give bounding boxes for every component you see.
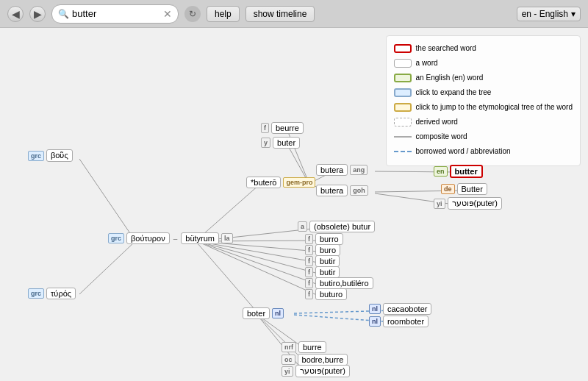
etymology-canvas: the searched word a word an English (en)… <box>0 28 588 381</box>
svg-line-0 <box>79 159 135 240</box>
search-box: 🔍 ✕ <box>51 4 179 24</box>
node-roomboter[interactable]: nl roomboter <box>369 316 429 327</box>
legend-composite-line <box>394 136 412 138</box>
lang-tag-f: f <box>305 245 313 255</box>
legend-borrowed-text: borrowed word / abbreviation <box>416 145 511 158</box>
legend-word-text: a word <box>416 57 438 70</box>
refresh-button[interactable]: ↻ <box>184 6 201 22</box>
node-burro[interactable]: f burro <box>305 233 343 245</box>
language-label: en - English <box>522 9 568 19</box>
node-bodre-burre[interactable]: oc bodre,burre <box>282 354 348 366</box>
node-butera-goh[interactable]: butera goh <box>316 185 368 196</box>
node-butter-de[interactable]: de Butter <box>441 183 487 195</box>
node-butur[interactable]: a (obsolete) butur <box>298 221 375 232</box>
node-label: burro <box>315 233 343 245</box>
lang-tag-gem-pro: gem-pro <box>283 177 315 188</box>
node-label: buturo <box>315 288 347 300</box>
node-buro[interactable]: f buro <box>305 244 340 256</box>
clear-button[interactable]: ✕ <box>163 9 172 19</box>
legend-searched-text: the searched word <box>416 42 476 55</box>
legend-borrowed: borrowed word / abbreviation <box>394 145 573 158</box>
node-label: roomboter <box>383 316 429 327</box>
lang-tag-nl: nl <box>369 316 381 327</box>
node-label: bodre,burre <box>298 354 348 366</box>
node-boter[interactable]: boter nl <box>243 307 284 319</box>
lang-tag-grc: grc <box>108 233 124 243</box>
lang-tag-f: f <box>305 278 313 288</box>
legend-word-box <box>394 59 412 68</box>
lang-tag-yi: yi <box>434 199 445 209</box>
search-input[interactable] <box>72 8 160 19</box>
node-boutyron[interactable]: grc βούτυρον – bütyrum la <box>108 232 233 244</box>
node-label: פּוטער(puter) <box>448 197 502 210</box>
node-label: beurre <box>271 122 304 134</box>
legend: the searched word a word an English (en)… <box>386 35 581 166</box>
svg-line-9 <box>197 241 318 285</box>
lang-tag-nl: nl <box>272 308 284 318</box>
node-puter-yi[interactable]: yi פּוטער(puter) <box>434 197 502 210</box>
legend-searched-box <box>394 44 412 53</box>
node-buturo[interactable]: f buturo <box>305 288 347 300</box>
legend-english-box <box>394 74 412 82</box>
lang-tag-grc: grc <box>28 288 44 299</box>
legend-expand-text: click to expand the tree <box>416 86 492 99</box>
lang-tag-yi2: yi <box>282 366 293 377</box>
lang-tag-oc: oc <box>282 355 295 365</box>
help-button[interactable]: help <box>207 6 240 22</box>
node-butero-proto[interactable]: *buterō gem-pro <box>246 177 315 188</box>
node-butter-en[interactable]: en butter <box>434 165 483 178</box>
back-button[interactable]: ◀ <box>7 6 24 22</box>
node-butera-ang[interactable]: butera ang <box>316 164 368 176</box>
lang-tag-f: f <box>305 289 313 299</box>
timeline-button[interactable]: show timeline <box>245 6 315 22</box>
node-label: βοῦς <box>46 149 73 162</box>
legend-derived-box <box>394 118 412 127</box>
legend-composite: composite word <box>394 130 573 143</box>
search-icon: 🔍 <box>58 9 69 19</box>
node-butir2[interactable]: f butir <box>305 266 340 278</box>
svg-line-3 <box>197 243 259 315</box>
legend-english: an English (en) word <box>394 71 573 85</box>
lang-tag-nrf: nrf <box>282 342 296 352</box>
node-label: (obsolete) butur <box>309 221 375 232</box>
node-butiro[interactable]: f butiro,butiléro <box>305 277 373 289</box>
chevron-down-icon: ▾ <box>571 9 576 19</box>
node-label: butera <box>316 164 348 176</box>
node-beurre[interactable]: f beurre <box>261 122 304 134</box>
node-label: cacaoboter <box>383 303 431 315</box>
legend-derived: derived word <box>394 115 573 129</box>
node-label: butera <box>316 185 348 196</box>
legend-expand: click to expand the tree <box>394 86 573 99</box>
node-label: τύρός <box>46 288 76 299</box>
lang-tag-grc: grc <box>28 151 44 161</box>
legend-derived-text: derived word <box>416 115 458 129</box>
lang-tag-goh: goh <box>350 185 368 196</box>
legend-etym: click to jump to the etymological tree o… <box>394 101 573 114</box>
svg-line-10 <box>197 241 318 296</box>
node-butir1[interactable]: f butir <box>305 255 340 267</box>
legend-word: a word <box>394 57 573 70</box>
node-tyros[interactable]: grc τύρός <box>28 288 76 299</box>
forward-button[interactable]: ▶ <box>29 6 46 22</box>
lang-tag-ang: ang <box>350 165 368 175</box>
legend-english-text: an English (en) word <box>416 71 484 85</box>
lang-tag-y: y <box>261 138 270 148</box>
lang-tag-de: de <box>441 184 455 194</box>
node-label: boter <box>243 307 270 319</box>
node-label-la: bütyrum <box>181 232 219 244</box>
node-label: butir <box>315 255 340 267</box>
node-label: buter <box>273 137 300 149</box>
node-bous[interactable]: grc βοῦς <box>28 149 73 162</box>
svg-line-1 <box>79 242 135 294</box>
node-buter[interactable]: y buter <box>261 137 300 149</box>
lang-tag-f: f <box>261 123 269 133</box>
legend-expand-box <box>394 88 412 97</box>
lang-tag-en: en <box>434 166 448 177</box>
legend-borrowed-line <box>394 151 412 152</box>
node-burre[interactable]: nrf burre <box>282 341 326 353</box>
lang-tag-f: f <box>305 256 313 266</box>
language-selector[interactable]: en - English ▾ <box>517 7 581 21</box>
node-cacaoboter[interactable]: nl cacaoboter <box>369 303 431 315</box>
node-puter-yi2[interactable]: yi פּוטער(puter) <box>282 365 350 377</box>
legend-etym-text: click to jump to the etymological tree o… <box>416 101 573 114</box>
